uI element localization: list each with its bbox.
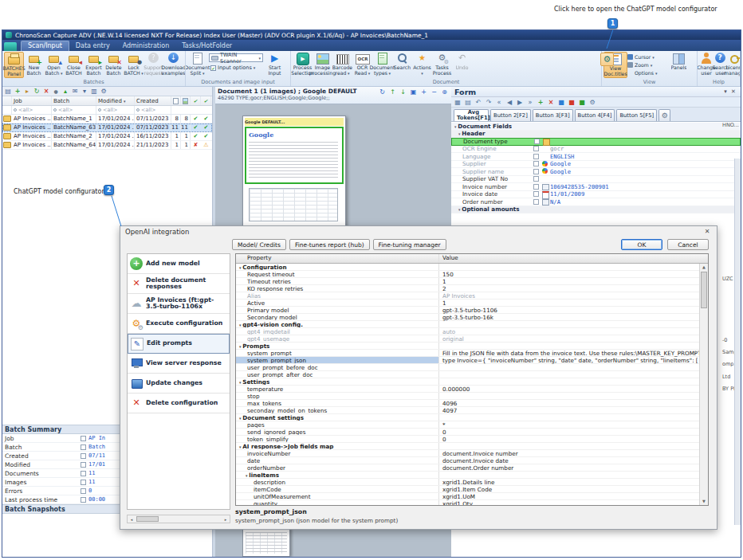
- ribbon-dropdown-row[interactable]: Zoom: [627, 61, 669, 69]
- field-value[interactable]: Google: [548, 160, 741, 167]
- form-field-row[interactable]: Language ENGLISH: [451, 153, 741, 161]
- scroll-up-icon[interactable]: [700, 264, 708, 271]
- ribbon-button[interactable]: Open Batch: [44, 52, 64, 78]
- scanner-select[interactable]: TWAIN Scanner: [209, 53, 263, 62]
- form-toolbar-icon[interactable]: ⚙: [588, 98, 596, 107]
- summary-checkbox[interactable]: [81, 480, 86, 485]
- sidebar-action-item[interactable]: AP Invoices (ft:gpt-3.5-turbo-1106x: [128, 294, 230, 314]
- property-value[interactable]: xgrid1.Item Code: [439, 486, 699, 493]
- property-value[interactable]: 2: [439, 285, 699, 292]
- batch-row[interactable]: AP Invoices ... BatchName_64 17/01/2024 …: [2, 141, 212, 150]
- ribbon-button[interactable]: Export Batch: [84, 52, 104, 78]
- property-value[interactable]: Fill in the JSON file with data from the…: [439, 350, 699, 357]
- sidebar-action-item[interactable]: Delete document responses: [128, 274, 230, 294]
- batch-toolbar-icon[interactable]: +: [14, 88, 22, 96]
- property-value[interactable]: original: [439, 335, 699, 343]
- column-header-value[interactable]: Value: [439, 254, 708, 263]
- form-scrollbar[interactable]: [734, 159, 741, 525]
- ribbon-button[interactable]: Lock BATCH: [124, 52, 143, 78]
- form-tab[interactable]: Button 5[F5]: [616, 109, 657, 121]
- filter-job[interactable]: <all>: [12, 106, 52, 114]
- form-field-row[interactable]: Optional amounts: [451, 206, 741, 214]
- summary-checkbox[interactable]: [81, 488, 86, 494]
- property-row[interactable]: system_prompt_json type Invoice={ "invoi…: [236, 357, 699, 364]
- column-header-status2[interactable]: [201, 96, 211, 105]
- form-toolbar-icon[interactable]: ■: [557, 98, 565, 107]
- ribbon-button[interactable]: Download examples: [163, 52, 183, 78]
- field-value[interactable]: 1069428535-200901: [548, 183, 741, 190]
- ribbon-button[interactable]: Tasks Process: [432, 52, 452, 76]
- property-value[interactable]: 1: [439, 300, 699, 307]
- form-toolbar-icon[interactable]: ×: [547, 98, 555, 107]
- property-value[interactable]: document.Order number: [439, 464, 699, 472]
- sidebar-action-item[interactable]: View server response: [128, 354, 230, 374]
- property-row[interactable]: Secondary model gpt-3.5-turbo-16k: [236, 314, 699, 321]
- panel-menu-icon[interactable]: [721, 88, 729, 96]
- sidebar-action-item[interactable]: Execute configuration: [128, 314, 230, 334]
- form-field-row[interactable]: Order number N/A: [451, 198, 741, 206]
- summary-checkbox[interactable]: [81, 453, 86, 459]
- form-toolbar-icon[interactable]: +: [537, 98, 544, 107]
- ribbon-button[interactable]: Change user: [699, 52, 714, 76]
- viewer-toolbar-icon[interactable]: ↑: [388, 88, 397, 96]
- column-header-created[interactable]: Created: [135, 96, 171, 105]
- dialog-button[interactable]: Fine-tunes report (hub): [289, 239, 370, 250]
- scrollbar-thumb[interactable]: [136, 516, 159, 522]
- form-tab[interactable]: Button 2[F2]: [490, 109, 531, 121]
- ribbon-tab[interactable]: Scan/Input: [21, 41, 69, 51]
- field-checkbox[interactable]: [533, 191, 539, 197]
- panel-close-icon[interactable]: [729, 88, 737, 96]
- column-header-batch[interactable]: Batch: [52, 96, 96, 105]
- column-header-images[interactable]: [181, 96, 191, 105]
- sidebar-horizontal-scrollbar[interactable]: [127, 515, 230, 523]
- ribbon-button[interactable]: Document types: [372, 52, 392, 76]
- property-value[interactable]: gpt-3.5-turbo-1106: [439, 307, 699, 314]
- scroll-right-icon[interactable]: [222, 515, 230, 523]
- property-value[interactable]: gpt-3.5-turbo-16k: [439, 314, 699, 321]
- form-toolbar-icon[interactable]: ■: [578, 98, 586, 107]
- dialog-button[interactable]: Model/ Credits: [232, 239, 286, 250]
- form-tab[interactable]: Button 3[F3]: [533, 109, 573, 121]
- ok-button[interactable]: OK: [621, 239, 662, 250]
- viewer-toolbar-icon[interactable]: ↻: [378, 88, 387, 96]
- field-value[interactable]: N/A: [548, 198, 741, 206]
- form-tab[interactable]: Button 4[F4]: [575, 109, 615, 121]
- property-value[interactable]: type Invoice={ "invoiceNumber" string, "…: [439, 357, 699, 364]
- summary-checkbox[interactable]: [81, 462, 86, 468]
- property-grid-scrollbar[interactable]: [699, 264, 708, 505]
- ribbon-button[interactable]: Image processing: [313, 52, 332, 76]
- column-header-documents[interactable]: [171, 96, 181, 105]
- input-options-button[interactable]: Input options: [209, 64, 263, 72]
- app-menu-button[interactable]: [4, 42, 17, 51]
- document-page-thumbnail-2[interactable]: [242, 529, 290, 557]
- property-value[interactable]: xgrid1.UoM: [439, 493, 699, 500]
- panels-button[interactable]: Panels: [669, 52, 689, 71]
- property-value[interactable]: 4097: [439, 407, 699, 414]
- title-bar[interactable]: ChronoScan Capture ADV (.NE.W.14 license…: [2, 30, 741, 40]
- form-toolbar-icon[interactable]: ↷: [485, 98, 493, 107]
- ribbon-button[interactable]: BATCHES Panel: [4, 52, 24, 78]
- property-row[interactable]: quantity xgrid1.Qty: [236, 500, 699, 505]
- viewer-toolbar-icon[interactable]: +: [419, 88, 428, 96]
- cancel-button[interactable]: Cancel: [667, 239, 709, 250]
- close-icon[interactable]: [702, 227, 712, 237]
- field-value[interactable]: 11/01/2009: [548, 190, 741, 198]
- form-field-row[interactable]: OCR Engine gocr: [451, 146, 741, 154]
- form-field-row[interactable]: Header: [451, 131, 741, 139]
- summary-checkbox[interactable]: [81, 436, 86, 441]
- ribbon-button[interactable]: New Batch: [24, 52, 44, 78]
- field-value[interactable]: gocr: [548, 145, 741, 152]
- property-row[interactable]: user_prompt_before_doc: [236, 364, 699, 371]
- property-value[interactable]: 150: [439, 271, 699, 278]
- sidebar-action-item[interactable]: Delete configuration: [128, 394, 230, 413]
- property-value[interactable]: xgrid1.Details line: [439, 479, 699, 486]
- ribbon-button[interactable]: Search: [392, 52, 412, 76]
- ribbon-dropdown-row[interactable]: Options: [627, 69, 669, 76]
- scrollbar-thumb[interactable]: [701, 272, 707, 308]
- form-tab[interactable]: Avg Tokens[F1]: [454, 109, 489, 121]
- document-page-thumbnail[interactable]: Google DEFAULT... Google: [242, 116, 346, 229]
- batch-toolbar-icon[interactable]: ▤: [4, 88, 12, 96]
- sidebar-action-item[interactable]: Update changes: [128, 374, 230, 394]
- ribbon-tab[interactable]: Data entry: [69, 41, 116, 51]
- viewer-toolbar-icon[interactable]: −: [430, 88, 438, 96]
